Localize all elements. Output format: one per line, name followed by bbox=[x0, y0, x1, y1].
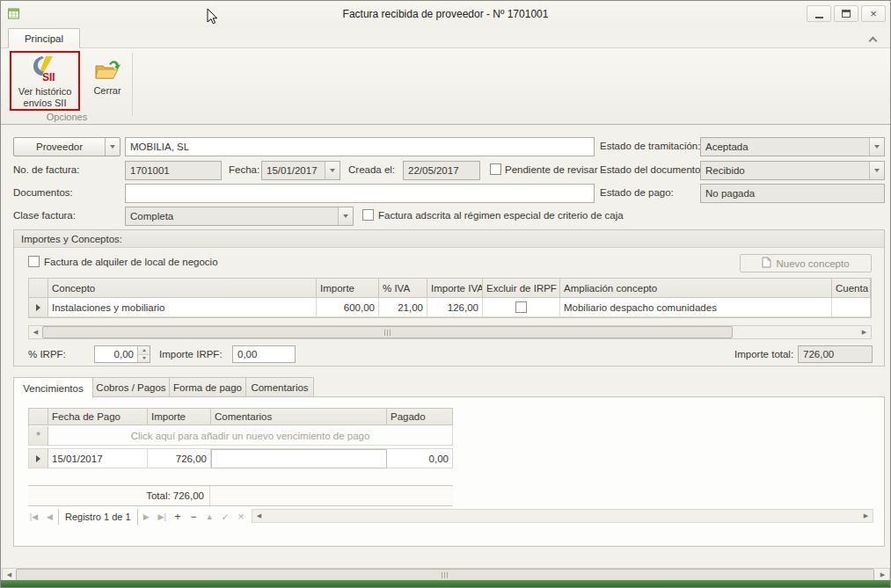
maximize-button[interactable] bbox=[834, 5, 858, 22]
nuevo-concepto-label: Nuevo concepto bbox=[776, 258, 849, 269]
nav-add-button[interactable]: + bbox=[171, 509, 186, 525]
col-header-pagado[interactable]: Pagado bbox=[387, 409, 453, 425]
tab-cobros-pagos[interactable]: Cobros / Pagos bbox=[92, 377, 170, 397]
nav-edit-button[interactable]: ▲ bbox=[202, 509, 217, 525]
pendiente-revisar-checkbox[interactable] bbox=[490, 163, 501, 175]
cell-iva[interactable]: 21,00 bbox=[379, 298, 427, 317]
col-header-cuenta[interactable]: Cuenta c bbox=[832, 279, 871, 298]
new-vencimiento-row[interactable]: * Click aquí para añadir un nuevo vencim… bbox=[28, 426, 453, 446]
nav-cancel-button[interactable]: × bbox=[234, 509, 249, 525]
proveedor-field[interactable]: MOBILIA, SL bbox=[125, 137, 595, 156]
proveedor-button[interactable]: Proveedor bbox=[13, 137, 121, 156]
importe-irpf-field[interactable]: 0,00 bbox=[232, 345, 296, 363]
minimize-button[interactable] bbox=[807, 5, 831, 22]
estado-pago-field[interactable]: No pagada bbox=[700, 184, 885, 203]
nuevo-concepto-button[interactable]: Nuevo concepto bbox=[740, 254, 872, 272]
clase-factura-label: Clase factura: bbox=[13, 210, 76, 221]
estado-tramitacion-dropdown-button[interactable] bbox=[869, 138, 884, 156]
cell-cuenta[interactable] bbox=[832, 298, 871, 317]
nav-prev-button[interactable]: ◀ bbox=[42, 509, 57, 525]
ribbon-collapse-button[interactable] bbox=[864, 33, 881, 46]
clase-factura-dropdown-button[interactable] bbox=[338, 207, 353, 225]
criterio-caja-checkbox[interactable] bbox=[362, 209, 374, 221]
documentos-field[interactable] bbox=[125, 184, 595, 203]
cell-importe[interactable]: 600,00 bbox=[317, 298, 379, 317]
creada-el-field[interactable]: 22/05/2017 bbox=[403, 161, 480, 180]
ver-historico-sii-button[interactable]: SII Ver histórico envíos SII bbox=[10, 51, 80, 111]
excluir-irpf-checkbox[interactable] bbox=[515, 301, 527, 313]
tab-forma-de-pago[interactable]: Forma de pago bbox=[169, 377, 246, 397]
no-factura-field[interactable]: 1701001 bbox=[125, 161, 222, 180]
col-header-excluir-irpf[interactable]: Excluir de IRPF bbox=[483, 279, 560, 298]
cell-concepto[interactable]: Instalaciones y mobiliario bbox=[48, 298, 317, 317]
close-button[interactable]: × bbox=[861, 5, 886, 22]
scrollbar-thumb[interactable] bbox=[16, 569, 874, 581]
importe-irpf-value: 0,00 bbox=[237, 349, 257, 359]
chevron-down-icon bbox=[343, 214, 348, 218]
col-header-importe[interactable]: Importe bbox=[148, 409, 211, 425]
tab-principal[interactable]: Principal bbox=[8, 28, 80, 48]
nav-next-button[interactable]: ▶ bbox=[139, 509, 154, 525]
cell-excluir-irpf bbox=[483, 298, 560, 317]
cell-comentarios[interactable] bbox=[211, 449, 387, 468]
spinner-up-button[interactable] bbox=[138, 346, 150, 355]
scroll-right-icon[interactable]: ▶ bbox=[858, 326, 871, 338]
estado-tramitacion-label: Estado de tramitación: bbox=[600, 141, 700, 151]
nav-endedit-button[interactable]: ✓ bbox=[218, 509, 233, 525]
estado-tramitacion-combo[interactable]: Aceptada bbox=[700, 137, 885, 156]
col-header-ampliacion[interactable]: Ampliación concepto bbox=[560, 279, 832, 298]
cell-ampliacion[interactable]: Mobiliario despacho comunidades bbox=[560, 298, 832, 317]
alquiler-checkbox[interactable] bbox=[28, 256, 40, 267]
importe-irpf-label: Importe IRPF: bbox=[159, 349, 223, 359]
vencimientos-grid-hscrollbar[interactable]: ◀ ▶ bbox=[252, 509, 873, 523]
proveedor-dropdown-button[interactable] bbox=[105, 138, 120, 156]
conceptos-grid-hscrollbar[interactable]: ◀ ▶ bbox=[28, 325, 872, 339]
scrollbar-track[interactable] bbox=[266, 510, 859, 522]
chevron-up-icon bbox=[142, 349, 146, 352]
cerrar-button[interactable]: Cerrar bbox=[87, 53, 128, 107]
mouse-cursor bbox=[207, 8, 219, 26]
scroll-right-icon[interactable]: ▶ bbox=[859, 510, 873, 522]
estado-documento-label: Estado del documento: bbox=[600, 164, 704, 175]
cell-importe-iva[interactable]: 126,00 bbox=[427, 298, 483, 317]
scrollbar-thumb[interactable] bbox=[42, 326, 733, 338]
tab-comentarios[interactable]: Comentarios bbox=[245, 377, 314, 397]
nav-first-button[interactable]: |◀ bbox=[26, 509, 41, 525]
cell-importe[interactable]: 726,00 bbox=[148, 449, 211, 468]
col-header-concepto[interactable]: Concepto bbox=[48, 279, 317, 298]
cell-pagado[interactable]: 0,00 bbox=[387, 449, 453, 468]
minimize-icon bbox=[815, 17, 823, 18]
window-controls: × bbox=[807, 5, 886, 22]
cell-fecha-pago[interactable]: 15/01/2017 bbox=[48, 449, 148, 468]
importe-total-field[interactable]: 726,00 bbox=[798, 345, 873, 363]
fecha-dropdown-button[interactable] bbox=[325, 162, 340, 179]
nav-delete-button[interactable]: − bbox=[186, 509, 201, 525]
record-navigator: |◀ ◀ Registro 1 de 1 ▶ ▶| + − ▲ ✓ × bbox=[26, 509, 249, 525]
col-header-iva[interactable]: % IVA bbox=[379, 279, 427, 298]
no-factura-label: No. de factura: bbox=[13, 164, 79, 175]
estado-documento-dropdown-button[interactable] bbox=[869, 162, 884, 179]
spinner-down-button[interactable] bbox=[138, 355, 150, 363]
scrollbar-track[interactable] bbox=[16, 569, 876, 581]
table-row[interactable]: Instalaciones y mobiliario 600,00 21,00 … bbox=[29, 298, 871, 317]
nav-last-button[interactable]: ▶| bbox=[155, 509, 170, 525]
scroll-right-icon[interactable]: ▶ bbox=[876, 569, 889, 581]
ribbon-group-label: Opciones bbox=[3, 112, 131, 122]
tab-vencimientos[interactable]: Vencimientos bbox=[13, 377, 93, 398]
col-header-importe[interactable]: Importe bbox=[317, 279, 379, 298]
sii-icon: SII bbox=[30, 54, 60, 85]
scroll-left-icon[interactable]: ◀ bbox=[29, 326, 42, 338]
col-header-comentarios[interactable]: Comentarios bbox=[211, 409, 387, 425]
fecha-combo[interactable]: 15/01/2017 bbox=[261, 161, 340, 180]
clase-factura-combo[interactable]: Completa bbox=[125, 207, 354, 226]
scroll-left-icon[interactable]: ◀ bbox=[252, 510, 266, 522]
scrollbar-track[interactable] bbox=[42, 326, 858, 338]
scrollbar-grip-icon bbox=[442, 572, 449, 578]
irpf-pct-spinner[interactable]: 0,00 bbox=[94, 345, 150, 363]
window-title: Factura recibida de proveedor - Nº 17010… bbox=[1, 8, 890, 20]
table-row[interactable]: 15/01/2017 726,00 0,00 bbox=[28, 448, 453, 468]
col-header-importe-iva[interactable]: Importe IVA bbox=[427, 279, 483, 298]
col-header-fecha-pago[interactable]: Fecha de Pago bbox=[48, 409, 148, 425]
estado-documento-combo[interactable]: Recibido bbox=[700, 161, 885, 180]
scroll-left-icon[interactable]: ◀ bbox=[3, 569, 16, 581]
